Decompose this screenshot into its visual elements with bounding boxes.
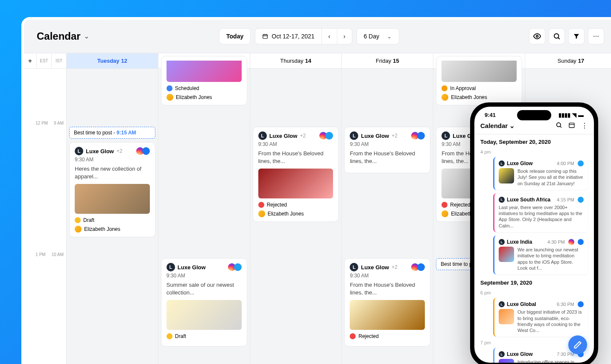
svg-rect-9 xyxy=(569,123,574,128)
post-thumbnail xyxy=(167,300,242,330)
day-header[interactable]: Sunday 17 xyxy=(525,53,611,69)
status-approval-icon xyxy=(441,85,447,91)
post-card[interactable]: L Luxe Glow +2 9:30 AM From the House's … xyxy=(344,127,430,173)
next-button[interactable]: › xyxy=(337,28,352,44)
mobile-post-card[interactable]: L Luxe Global 6:30 PM Our biggest initia… xyxy=(493,298,588,337)
filter-button[interactable] xyxy=(568,28,585,44)
add-button[interactable]: + xyxy=(24,53,37,68)
brand-name: Luxe Glow xyxy=(507,160,533,166)
post-card[interactable]: L Luxe Glow +2 9:30 AM From the House's … xyxy=(344,258,430,347)
twitter-icon xyxy=(325,132,333,140)
mobile-post-card[interactable]: L Luxe India 4:30 PM We are launching ou… xyxy=(493,236,588,274)
day-column-thu: Thursday 14 L Luxe Glow +2 9:30 AM From … xyxy=(250,53,342,364)
day-column-fri: Friday 15 L Luxe Glow +2 9:30 AM From th… xyxy=(342,53,433,364)
search-button[interactable] xyxy=(549,28,565,44)
svg-point-7 xyxy=(557,123,561,127)
user-avatar xyxy=(258,210,265,217)
phone-status-icons: ▮▮▮▮ ◥ ▬ xyxy=(558,112,584,118)
user-avatar xyxy=(441,94,448,101)
phone-clock: 9:41 xyxy=(485,112,496,118)
compose-fab[interactable] xyxy=(568,335,587,354)
chevron-down-icon: ⌄ xyxy=(509,122,515,130)
phone-body[interactable]: Today, September 20, 2020 4 pm L Luxe Gl… xyxy=(474,134,594,363)
svg-point-4 xyxy=(536,35,538,38)
user-avatar xyxy=(75,226,82,233)
date-range-button[interactable]: Oct 12-17, 2021 xyxy=(255,28,321,44)
phone-title[interactable]: Calendar ⌄ xyxy=(480,122,515,130)
post-preview: Summer sale of our newest collection... xyxy=(167,281,242,297)
phone-mockup: 9:41 ▮▮▮▮ ◥ ▬ Calendar ⌄ ⋮ Today, Septem… xyxy=(470,102,598,364)
hour-label: 4 pm xyxy=(480,149,588,154)
twitter-icon xyxy=(578,197,584,203)
time-header: + EST IST xyxy=(24,53,66,69)
more-count: +2 xyxy=(392,264,398,270)
facebook-icon xyxy=(578,239,584,245)
post-thumbnail xyxy=(167,61,242,82)
battery-icon: ▬ xyxy=(578,112,584,118)
more-count: +2 xyxy=(117,148,123,154)
phone-notch xyxy=(517,110,551,120)
brand-name: Luxe Glow xyxy=(86,148,114,154)
page-title-group[interactable]: Calendar ⌄ xyxy=(37,30,89,42)
post-preview: From the House's Beloved lines, the... xyxy=(350,150,425,165)
post-card[interactable]: Scheduled Elizabeth Jones xyxy=(161,56,247,105)
social-badges xyxy=(230,263,242,271)
post-card[interactable]: L Luxe Glow 9:30 AM Summer sale of our n… xyxy=(161,258,247,347)
post-card[interactable]: In Approval Elizabeth Jones xyxy=(436,56,522,105)
user-avatar xyxy=(441,210,448,217)
day-header[interactable]: Tuesday 12 xyxy=(67,53,158,69)
post-preview: Last year, there were over 2000+ initiat… xyxy=(499,204,584,229)
post-card[interactable]: L Luxe Glow +2 9:30 AM From the House's … xyxy=(253,127,339,222)
post-preview: Book release coming up this July! See yo… xyxy=(517,168,584,186)
more-button[interactable]: ⋯ xyxy=(588,28,604,44)
post-time: 9:30 AM xyxy=(75,157,150,163)
chevron-down-icon: ⌄ xyxy=(387,33,392,40)
status-rejected-icon xyxy=(441,202,447,208)
post-thumbnail xyxy=(499,359,514,363)
chevron-down-icon: ⌄ xyxy=(84,33,89,40)
post-thumbnail xyxy=(75,184,150,214)
date-heading: September 19, 2020 xyxy=(480,280,588,286)
status-label: Rejected xyxy=(267,202,287,208)
social-badges xyxy=(138,147,150,155)
svg-rect-0 xyxy=(263,35,268,38)
day-header[interactable]: Thursday 14 xyxy=(250,53,342,69)
status-label: Rejected xyxy=(450,202,470,208)
calendar-icon[interactable] xyxy=(568,122,575,130)
prev-button[interactable]: ‹ xyxy=(322,28,337,44)
mobile-post-card[interactable]: L Luxe South Africa 4:15 PM Last year, t… xyxy=(493,193,588,232)
brand-name: Luxe Glow xyxy=(507,351,533,357)
brand-name: Luxe Glow xyxy=(269,133,298,139)
date-heading: Today, September 20, 2020 xyxy=(480,139,588,145)
time-label: 1 PM10 AM xyxy=(35,252,64,257)
status-draft-icon xyxy=(75,217,81,223)
post-card[interactable]: L Luxe Glow +2 9:30 AM Heres the new col… xyxy=(69,142,155,237)
more-vertical-icon[interactable]: ⋮ xyxy=(581,122,588,130)
search-icon[interactable] xyxy=(555,122,562,130)
post-time: 6:30 PM xyxy=(557,302,574,307)
status-draft-icon xyxy=(167,333,172,339)
day-header[interactable]: Friday 15 xyxy=(342,53,433,69)
user-name: Elizabeth Jones xyxy=(176,94,212,100)
facebook-icon xyxy=(417,263,425,271)
brand-name: Luxe India xyxy=(507,239,532,245)
status-rejected-icon xyxy=(350,333,356,339)
facebook-icon xyxy=(417,132,425,140)
post-thumbnail xyxy=(499,309,514,324)
post-thumbnail xyxy=(499,168,514,183)
edit-icon xyxy=(573,341,582,349)
mobile-post-card[interactable]: L Luxe Glow 4:00 PM Book release coming … xyxy=(493,157,588,190)
brand-avatar: L xyxy=(499,160,505,166)
brand-avatar: L xyxy=(75,147,83,155)
post-preview: Heres the new collection of apparel... xyxy=(75,165,150,181)
brand-name: Luxe Global xyxy=(507,301,536,307)
facebook-icon xyxy=(142,147,150,155)
svg-point-5 xyxy=(554,34,559,38)
brand-name: Luxe Glow xyxy=(361,133,389,139)
wifi-icon: ◥ xyxy=(572,112,576,118)
visibility-button[interactable] xyxy=(529,28,545,44)
post-thumbnail xyxy=(258,169,333,198)
view-select[interactable]: 6 Day ⌄ xyxy=(357,28,399,44)
today-button[interactable]: Today xyxy=(219,28,251,44)
brand-avatar: L xyxy=(499,351,505,357)
